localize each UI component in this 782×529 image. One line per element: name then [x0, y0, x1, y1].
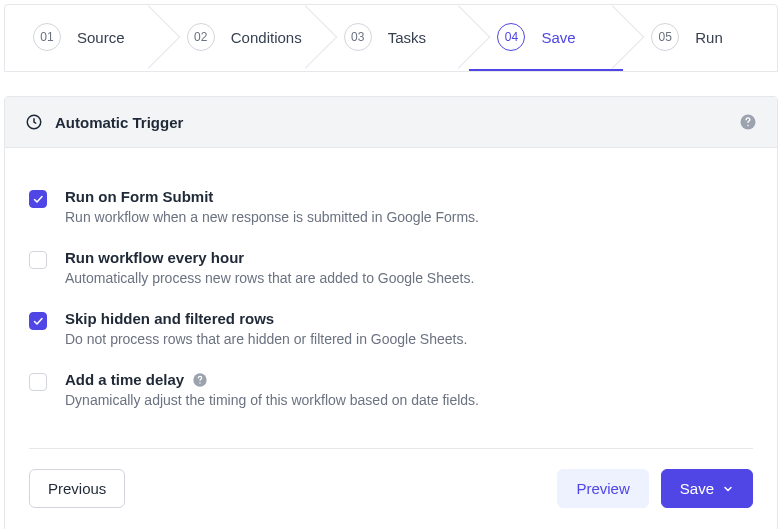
- option-time-delay: Add a time delay Dynamically adjust the …: [29, 359, 753, 420]
- help-icon[interactable]: [739, 113, 757, 131]
- step-number: 02: [187, 23, 215, 51]
- checkbox[interactable]: [29, 373, 47, 391]
- step-label: Conditions: [231, 29, 302, 46]
- step-number: 05: [651, 23, 679, 51]
- option-body: Run on Form Submit Run workflow when a n…: [65, 188, 753, 225]
- footer: Previous Preview Save: [5, 449, 777, 529]
- panel-header: Automatic Trigger: [5, 97, 777, 148]
- save-button[interactable]: Save: [661, 469, 753, 508]
- previous-button[interactable]: Previous: [29, 469, 125, 508]
- step-save[interactable]: 04 Save: [469, 5, 623, 71]
- option-desc: Run workflow when a new response is subm…: [65, 209, 753, 225]
- panel-title: Automatic Trigger: [55, 114, 739, 131]
- svg-point-2: [747, 125, 749, 127]
- option-skip-hidden-rows: Skip hidden and filtered rows Do not pro…: [29, 298, 753, 359]
- step-run[interactable]: 05 Run: [623, 5, 777, 71]
- clock-icon: [25, 113, 43, 131]
- options-list: Run on Form Submit Run workflow when a n…: [5, 148, 777, 428]
- step-label: Run: [695, 29, 723, 46]
- option-run-on-form-submit: Run on Form Submit Run workflow when a n…: [29, 176, 753, 237]
- option-title: Run on Form Submit: [65, 188, 753, 205]
- stepper: 01 Source 02 Conditions 03 Tasks 04 Save…: [4, 4, 778, 72]
- svg-point-4: [200, 382, 201, 383]
- step-source[interactable]: 01 Source: [5, 5, 159, 71]
- step-number: 03: [344, 23, 372, 51]
- option-title: Run workflow every hour: [65, 249, 753, 266]
- preview-button[interactable]: Preview: [557, 469, 648, 508]
- option-title-text: Skip hidden and filtered rows: [65, 310, 274, 327]
- step-number: 04: [497, 23, 525, 51]
- option-body: Run workflow every hour Automatically pr…: [65, 249, 753, 286]
- step-tasks[interactable]: 03 Tasks: [316, 5, 470, 71]
- option-title: Add a time delay: [65, 371, 753, 388]
- option-desc: Dynamically adjust the timing of this wo…: [65, 392, 753, 408]
- help-icon[interactable]: [192, 372, 208, 388]
- save-button-label: Save: [680, 480, 714, 497]
- step-conditions[interactable]: 02 Conditions: [159, 5, 316, 71]
- option-run-every-hour: Run workflow every hour Automatically pr…: [29, 237, 753, 298]
- chevron-down-icon: [722, 483, 734, 495]
- step-label: Tasks: [388, 29, 426, 46]
- step-number: 01: [33, 23, 61, 51]
- checkbox[interactable]: [29, 312, 47, 330]
- checkbox[interactable]: [29, 190, 47, 208]
- option-desc: Automatically process new rows that are …: [65, 270, 753, 286]
- step-label: Save: [541, 29, 575, 46]
- step-label: Source: [77, 29, 125, 46]
- option-body: Add a time delay Dynamically adjust the …: [65, 371, 753, 408]
- option-body: Skip hidden and filtered rows Do not pro…: [65, 310, 753, 347]
- settings-panel: Automatic Trigger Run on Form Submit Run…: [4, 96, 778, 529]
- option-title-text: Add a time delay: [65, 371, 184, 388]
- checkbox[interactable]: [29, 251, 47, 269]
- option-title-text: Run on Form Submit: [65, 188, 213, 205]
- option-title-text: Run workflow every hour: [65, 249, 244, 266]
- option-title: Skip hidden and filtered rows: [65, 310, 753, 327]
- option-desc: Do not process rows that are hidden or f…: [65, 331, 753, 347]
